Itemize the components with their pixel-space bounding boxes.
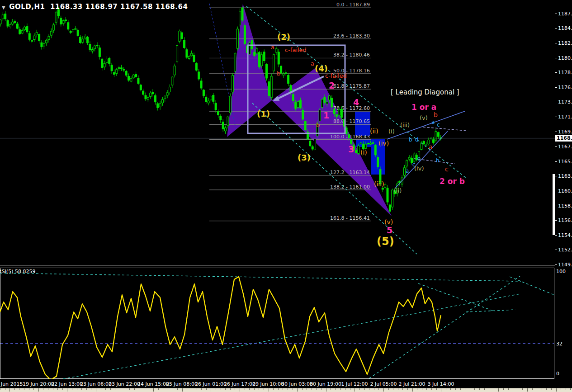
- candle-body: [116, 70, 118, 74]
- time-axis-label: 24 Jun 15:00: [137, 381, 169, 387]
- time-axis-label: 26 Jun 17:00: [224, 381, 255, 387]
- wave-label[interactable]: c-failed: [325, 72, 347, 79]
- wave-label[interactable]: (iii): [400, 122, 410, 128]
- ruler-tick: [297, 388, 298, 392]
- wave-label[interactable]: (i): [388, 128, 395, 135]
- wave-label[interactable]: (v): [384, 218, 393, 226]
- wave-label[interactable]: (3): [298, 153, 311, 162]
- price-axis-tick: [555, 235, 557, 236]
- time-axis-label: 30 Jun 19:00: [310, 381, 341, 387]
- ruler-tick: [546, 388, 547, 390]
- fib-level-label: 88.6 - 1170.65: [333, 118, 370, 124]
- candle-body: [205, 97, 207, 102]
- ruler-tick: [192, 388, 192, 390]
- ruler-tick: [216, 388, 216, 390]
- wave-label[interactable]: a: [311, 60, 314, 67]
- pane-splitter[interactable]: [0, 265, 572, 265]
- wave-label[interactable]: a: [406, 168, 409, 174]
- candle-body: [84, 36, 86, 38]
- candle-body: [365, 144, 367, 148]
- wave-label[interactable]: a: [431, 119, 435, 125]
- price-axis-tick: [555, 176, 557, 176]
- wave-label[interactable]: b: [316, 122, 320, 128]
- candle-body: [336, 115, 338, 117]
- fib-level-label: 161.8 - 1156.41: [330, 215, 370, 221]
- wave-label[interactable]: (i): [360, 149, 367, 156]
- candle-body: [338, 109, 340, 115]
- time-axis-label: 25 Jun 08:00: [166, 381, 198, 387]
- wave-label[interactable]: c: [437, 122, 440, 128]
- rsi-axis[interactable]: 100320: [555, 268, 572, 379]
- candle-body: [309, 141, 311, 146]
- channel-dashed-line[interactable]: [423, 127, 466, 131]
- wave-label[interactable]: a: [271, 44, 274, 51]
- candle-body: [111, 65, 113, 71]
- ruler-tick: [436, 388, 437, 390]
- wave-label[interactable]: c: [412, 161, 416, 168]
- wave-label[interactable]: (iv): [414, 165, 424, 172]
- wave-label[interactable]: 4: [353, 97, 359, 107]
- wave-label[interactable]: 3: [348, 144, 354, 154]
- wave-label[interactable]: (iii): [374, 180, 384, 188]
- rsi-trendline[interactable]: [510, 277, 555, 297]
- candle-body: [48, 36, 50, 39]
- wave-label[interactable]: (1): [257, 109, 270, 118]
- candle-body: [413, 154, 415, 161]
- wave-label[interactable]: b: [434, 111, 438, 118]
- candle-body: [374, 145, 376, 155]
- ruler-tick: [412, 388, 413, 392]
- wave-label[interactable]: (4): [315, 64, 328, 73]
- candle-body: [62, 20, 64, 23]
- candle-body: [28, 33, 30, 39]
- wave-label[interactable]: [ Leading Diagonal ]: [391, 88, 459, 96]
- ruler-tick: [129, 388, 130, 390]
- wave-label[interactable]: e: [417, 156, 421, 162]
- time-axis[interactable]: 9 Jun 201519 Jun 20:0022 Jun 13:0023 Jun…: [0, 379, 555, 388]
- ruler-tick: [398, 388, 398, 390]
- ruler-tick: [187, 388, 187, 390]
- candle-body: [302, 110, 304, 119]
- price-axis-tick: [555, 117, 557, 117]
- wave-label[interactable]: (v): [420, 114, 428, 121]
- wave-label[interactable]: (2): [277, 32, 290, 42]
- price-axis-tick: [555, 146, 557, 147]
- candle-body: [299, 100, 301, 108]
- candle-body: [179, 31, 180, 42]
- ruler-tick: [556, 388, 557, 392]
- price-axis-tick: [555, 132, 557, 132]
- fib-diagonal-line[interactable]: [209, 4, 236, 130]
- rsi-indicator-canvas[interactable]: [0, 268, 555, 379]
- wave-label[interactable]: 1 or a: [411, 103, 436, 112]
- wave-label[interactable]: c: [445, 165, 449, 173]
- candle-body: [154, 95, 156, 102]
- price-axis-tick: [555, 28, 557, 28]
- rsi-trendline[interactable]: [0, 273, 521, 281]
- wave-label[interactable]: 5: [387, 225, 392, 235]
- wave-label[interactable]: a: [429, 143, 433, 151]
- ruler-tick: [0, 388, 0, 390]
- candle-body: [121, 68, 123, 69]
- candle-body: [227, 117, 229, 125]
- wave-label[interactable]: b: [409, 137, 412, 143]
- wave-label[interactable]: (ii): [394, 187, 402, 194]
- wave-label[interactable]: (5): [377, 235, 394, 248]
- candle-body: [382, 188, 383, 189]
- rsi-axis-label: 32: [556, 341, 563, 347]
- ruler-tick: [240, 388, 240, 392]
- candle-body: [435, 132, 437, 140]
- ruler-tick: [173, 388, 173, 390]
- wave-label[interactable]: 2 or b: [440, 177, 465, 186]
- wave-label[interactable]: b: [277, 70, 280, 77]
- candle-body: [70, 31, 71, 33]
- wave-label[interactable]: h: [436, 157, 440, 164]
- rsi-trendline[interactable]: [63, 294, 520, 379]
- wave-label[interactable]: (iv): [378, 140, 389, 147]
- price-chart-canvas[interactable]: 0.0 - 1187.8923.6 - 1183.3038.2 - 1180.4…: [0, 0, 555, 265]
- wave-label[interactable]: c-failed: [285, 47, 307, 53]
- wave-label[interactable]: (ii): [370, 128, 378, 135]
- candle-body: [208, 101, 209, 103]
- rsi-trendline[interactable]: [418, 283, 495, 312]
- wave-label[interactable]: 2: [329, 80, 335, 90]
- wave-label[interactable]: d: [415, 137, 419, 143]
- wave-label[interactable]: 1: [323, 110, 329, 120]
